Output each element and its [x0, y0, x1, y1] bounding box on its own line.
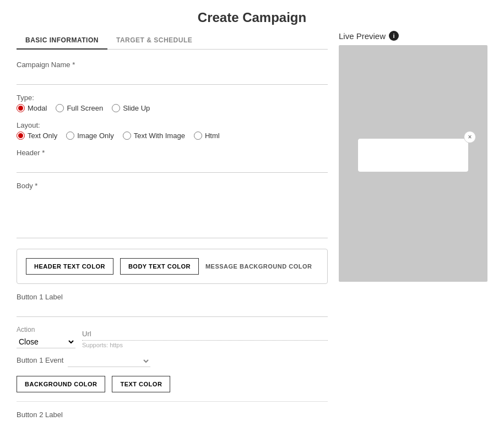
tab-target-schedule[interactable]: Target & Schedule: [107, 31, 201, 50]
layout-html-radio[interactable]: [194, 132, 202, 140]
url-field-group: Supports: https: [82, 327, 328, 348]
button1-event-row: Button 1 Event: [17, 355, 328, 367]
button1-label-group: Button 1 Label: [17, 293, 328, 317]
body-text-color-button[interactable]: Body Text Color: [120, 258, 199, 275]
preview-panel: Live Preview i ×: [339, 31, 487, 432]
campaign-name-label: Campaign Name *: [17, 61, 328, 69]
header-group: Header *: [17, 149, 328, 173]
action-row: Action Close Open URL Dismiss Supports: …: [17, 326, 328, 348]
layout-image-only-radio[interactable]: [66, 132, 74, 140]
type-label: Type:: [17, 94, 328, 102]
message-bg-color-button[interactable]: Message Background Color: [205, 259, 312, 274]
page-title: Create Campaign: [0, 0, 504, 31]
tab-basic-information[interactable]: Basic Information: [17, 31, 107, 50]
layout-text-only-radio[interactable]: [17, 132, 25, 140]
layout-html-label: Html: [205, 132, 220, 140]
layout-text-only-label: Text Only: [28, 132, 57, 140]
button1-label-label: Button 1 Label: [17, 293, 328, 301]
color-buttons-box: Header Text Color Body Text Color Messag…: [17, 249, 328, 284]
body-group: Body *: [17, 182, 328, 240]
button1-event-select[interactable]: [68, 355, 150, 367]
button1-label-input[interactable]: [17, 303, 328, 317]
layout-label: Layout:: [17, 121, 328, 129]
preview-close-button[interactable]: ×: [464, 131, 476, 143]
button1-color-row: Background Color Text Color: [17, 376, 328, 392]
body-textarea[interactable]: [17, 194, 328, 238]
type-slideup-radio[interactable]: [112, 104, 120, 112]
type-modal-label: Modal: [28, 104, 47, 112]
layout-html-option[interactable]: Html: [194, 132, 220, 140]
type-fullscreen-radio[interactable]: [56, 104, 64, 112]
preview-modal: ×: [358, 139, 468, 172]
layout-radio-group: Text Only Image Only Text With Image Htm…: [17, 132, 328, 140]
button1-event-label: Button 1 Event: [17, 356, 63, 364]
campaign-name-group: Campaign Name *: [17, 61, 328, 85]
layout-text-image-label: Text With Image: [134, 132, 185, 140]
form-panel: Basic Information Target & Schedule Camp…: [17, 31, 328, 432]
layout-image-only-option[interactable]: Image Only: [66, 132, 113, 140]
info-icon[interactable]: i: [389, 31, 399, 41]
tabs: Basic Information Target & Schedule: [17, 31, 328, 50]
type-fullscreen-label: Full Screen: [67, 104, 103, 112]
action-select-group: Action Close Open URL Dismiss: [17, 326, 75, 348]
divider1: [17, 401, 328, 402]
layout-group: Layout: Text Only Image Only Text With I…: [17, 121, 328, 140]
body-label: Body *: [17, 182, 328, 190]
type-radio-group: Modal Full Screen Slide Up: [17, 104, 328, 112]
type-modal-option[interactable]: Modal: [17, 104, 47, 112]
action-label: Action: [17, 326, 75, 333]
type-group: Type: Modal Full Screen Slide Up: [17, 94, 328, 112]
type-modal-radio[interactable]: [17, 104, 25, 112]
url-input[interactable]: [82, 327, 328, 341]
action-select[interactable]: Close Open URL Dismiss: [17, 336, 75, 348]
header-label: Header *: [17, 149, 328, 157]
preview-title-row: Live Preview i: [339, 31, 487, 41]
layout-image-only-label: Image Only: [77, 132, 113, 140]
type-slideup-option[interactable]: Slide Up: [112, 104, 150, 112]
button2-label-input[interactable]: [17, 421, 328, 432]
text-color-button[interactable]: Text Color: [112, 376, 170, 392]
header-input[interactable]: [17, 159, 328, 173]
layout-text-only-option[interactable]: Text Only: [17, 132, 57, 140]
background-color-button[interactable]: Background Color: [17, 376, 105, 392]
button2-label-group: Button 2 Label: [17, 411, 328, 432]
button2-label-label: Button 2 Label: [17, 411, 328, 419]
type-fullscreen-option[interactable]: Full Screen: [56, 104, 103, 112]
button1-section: Button 1 Label Action Close Open URL Dis…: [17, 293, 328, 367]
layout-text-image-option[interactable]: Text With Image: [123, 132, 185, 140]
header-text-color-button[interactable]: Header Text Color: [26, 258, 113, 275]
layout-text-image-radio[interactable]: [123, 132, 131, 140]
type-slideup-label: Slide Up: [123, 104, 150, 112]
preview-box: ×: [339, 45, 487, 282]
campaign-name-input[interactable]: [17, 71, 328, 85]
preview-title-text: Live Preview: [339, 31, 386, 41]
button2-section: Button 2 Label Action: [17, 411, 328, 432]
supports-text: Supports: https: [82, 342, 328, 348]
